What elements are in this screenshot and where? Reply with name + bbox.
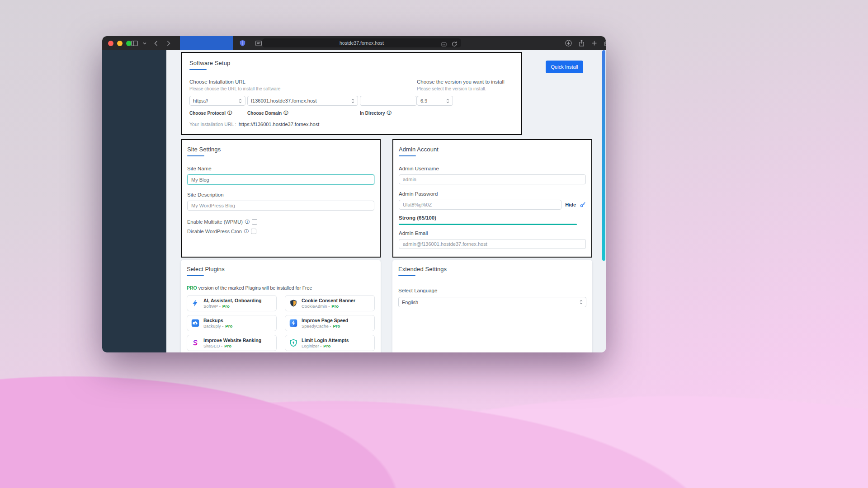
protocol-value: https:// [193,98,208,103]
sidebar-toggle-icon[interactable] [130,40,139,47]
version-hint: Please select the version to install. [417,86,512,91]
forward-icon[interactable] [166,40,171,47]
section-title: Extended Settings [398,266,586,272]
section-underline [187,155,204,156]
section-title: Admin Account [399,146,586,153]
section-underline [189,69,207,70]
domain-microlabel: Choose Domainⓘ [247,110,360,116]
select-chevrons-icon [580,300,583,305]
plugin-title: Improve Website Ranking [203,338,261,343]
select-chevrons-icon [351,99,354,103]
info-icon[interactable]: ⓘ [387,110,392,116]
plugin-pro-badge: Pro [323,343,330,348]
plugin-title: Improve Page Speed [302,318,348,323]
site-description-input[interactable] [187,201,374,211]
section-title: Select Plugins [187,266,375,272]
plugin-vendor: SoftWP - [203,304,221,309]
reader-view-icon[interactable] [255,40,263,47]
language-select[interactable]: English [398,297,586,307]
note-rest: version of the marked Plugins will be in… [197,285,312,291]
plugin-card-softwp[interactable]: AI, Assistant, Onboarding SoftWP -Pro [187,295,277,311]
softwp-bolt-icon [191,299,199,307]
version-select[interactable]: 6.9 [417,96,453,106]
admin-username-input[interactable] [399,174,586,184]
directory-microlabel: In Directoryⓘ [360,110,392,116]
cron-label: Disable WordPress Cron [187,229,242,234]
admin-password-label: Admin Password [399,191,586,197]
tab-overview-icon[interactable] [603,39,606,47]
site-description-label: Site Description [187,192,374,197]
plugin-pro-badge: Pro [333,324,340,328]
version-column: Choose the version you want to install P… [417,79,512,106]
pro-word: PRO [187,285,197,291]
protocol-microlabel: Choose Protocolⓘ [189,110,247,116]
info-icon[interactable]: ⓘ [245,219,250,225]
downloads-icon[interactable] [564,39,573,47]
multisite-label: Enable Multisite (WPMU) [187,219,243,225]
select-chevrons-icon [239,99,242,103]
plugin-title: Limit Login Attempts [302,338,349,343]
privacy-shield-icon[interactable] [239,39,246,47]
site-name-label: Site Name [187,166,374,171]
password-strength-text: Strong (65/100) [399,215,586,221]
result-url: https://f136001.hostde37.fornex.host [239,122,320,127]
plugin-card-backuply[interactable]: Backups Backuply -Pro [187,315,277,331]
multisite-checkbox[interactable] [252,219,257,225]
generate-password-key-icon[interactable] [580,202,586,208]
domain-select[interactable]: f136001.hostde37.fornex.host [247,96,358,106]
directory-input[interactable] [360,96,417,106]
minimize-window-button[interactable] [117,41,123,46]
plugin-card-siteseo[interactable]: Improve Website Ranking SiteSEO -Pro [187,335,277,351]
version-value: 6.9 [420,98,427,103]
quick-install-button[interactable]: Quick Install [546,61,583,73]
scrollbar-thumb[interactable] [602,50,605,261]
extended-settings-section: Extended Settings Select Language Englis… [392,260,592,352]
installation-url-result: Your Installation URL : https://f136001.… [189,122,514,127]
address-bar[interactable]: hostde37.fornex.host [262,38,461,47]
section-title: Site Settings [187,146,374,153]
admin-email-label: Admin Email [399,230,586,236]
share-icon[interactable] [578,39,585,47]
site-settings-section: Site Settings Site Name Site Description… [181,139,381,258]
admin-password-input[interactable] [399,200,561,210]
password-strength-bar [399,224,577,225]
section-underline [399,155,416,156]
hosting-panel-sidebar [102,50,166,352]
software-setup-section: Software Setup Choose Installation URL P… [181,52,522,135]
section-underline [187,275,204,276]
chevron-down-icon[interactable] [142,41,147,46]
plugin-title: AI, Assistant, Onboarding [203,298,262,303]
new-tab-icon[interactable] [590,39,598,47]
language-value: English [402,300,418,305]
select-language-label: Select Language [398,288,586,293]
info-icon[interactable]: ⓘ [227,110,232,116]
plugins-grid: AI, Assistant, Onboarding SoftWP -Pro Co… [187,295,375,351]
multisite-row: Enable Multisite (WPMU) ⓘ [187,219,374,225]
plugin-title: Backups [203,318,232,323]
plugin-pro-badge: Pro [224,343,231,348]
plugin-vendor: CookieAdmin - [302,304,330,309]
plugin-title: Cookie Consent Banner [302,298,355,303]
address-bar-url: hostde37.fornex.host [340,40,384,46]
info-icon[interactable]: ⓘ [283,110,288,116]
admin-username-label: Admin Username [399,166,586,171]
back-icon[interactable] [153,40,159,47]
plugins-note: PRO version of the marked Plugins will b… [187,285,375,291]
browser-window: hostde37.fornex.host [102,36,606,352]
page-tint-patch [180,36,233,50]
plugin-card-speedycache[interactable]: Improve Page Speed SpeedyCache -Pro [285,315,375,331]
backuply-cloud-icon [191,319,199,327]
plugin-card-cookieadmin[interactable]: Cookie Consent Banner CookieAdmin -Pro [285,295,375,311]
hide-password-link[interactable]: Hide [565,202,576,207]
plugin-card-loginizer[interactable]: Limit Login Attempts Loginizer -Pro [285,335,375,351]
cron-checkbox[interactable] [251,229,256,234]
info-icon[interactable]: ⓘ [244,228,249,235]
close-window-button[interactable] [108,41,113,46]
installer-page: Software Setup Choose Installation URL P… [166,50,606,352]
admin-email-input[interactable] [399,239,586,249]
protocol-select[interactable]: https:// [189,96,245,106]
website-settings-icon[interactable] [440,41,448,47]
select-plugins-section: Select Plugins PRO version of the marked… [181,260,381,352]
site-name-input[interactable] [187,174,374,185]
reload-icon[interactable] [451,40,458,48]
